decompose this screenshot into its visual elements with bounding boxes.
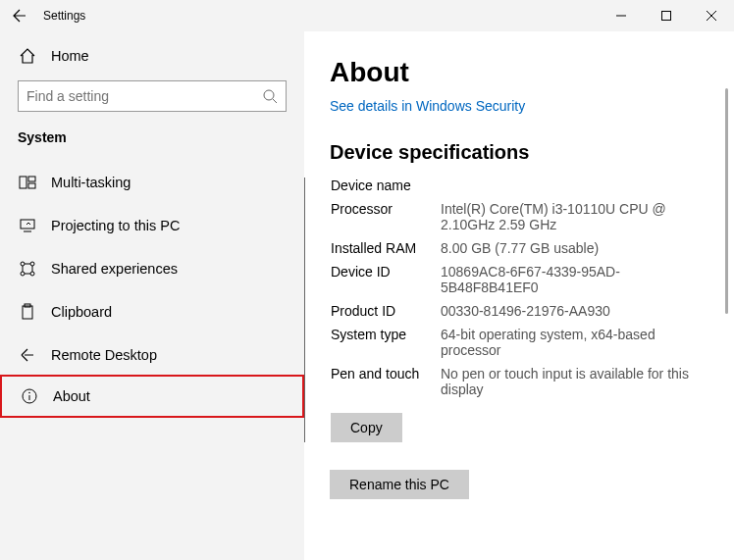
page-title: About — [330, 57, 708, 88]
svg-rect-1 — [662, 12, 671, 21]
sidebar-item-projecting[interactable]: Projecting to this PC — [0, 204, 304, 247]
multitasking-icon — [18, 174, 37, 191]
main-content: About See details in Windows Security De… — [304, 31, 734, 560]
svg-rect-5 — [28, 177, 35, 181]
remote-desktop-icon — [18, 346, 37, 364]
sidebar-item-about[interactable]: About — [0, 375, 304, 418]
svg-point-9 — [30, 262, 34, 266]
maximize-icon — [661, 11, 671, 21]
svg-point-16 — [28, 392, 30, 394]
rename-pc-button[interactable]: Rename this PC — [330, 470, 469, 499]
sidebar-item-label: Shared experiences — [51, 261, 178, 277]
processor-value: Intel(R) Core(TM) i3-10110U CPU @ 2.10GH… — [441, 201, 708, 232]
search-input[interactable] — [26, 88, 262, 104]
close-icon — [707, 11, 716, 21]
sidebar-item-clipboard[interactable]: Clipboard — [0, 290, 304, 333]
device-id-value: 10869AC8-6F67-4339-95AD-5B48F8B41EF0 — [441, 264, 708, 295]
about-icon — [20, 387, 39, 405]
home-link[interactable]: Home — [0, 39, 304, 73]
maximize-button[interactable] — [644, 0, 689, 31]
titlebar: Settings — [0, 0, 734, 31]
search-icon — [262, 88, 278, 104]
sidebar-item-label: Clipboard — [51, 304, 112, 320]
window-title: Settings — [39, 9, 599, 23]
device-name-label: Device name — [331, 178, 441, 193]
device-id-label: Device ID — [331, 264, 441, 295]
home-icon — [18, 47, 37, 65]
svg-point-10 — [21, 272, 25, 276]
svg-rect-6 — [28, 183, 35, 188]
svg-point-8 — [21, 262, 25, 266]
minimize-button[interactable] — [599, 0, 644, 31]
search-box[interactable] — [18, 80, 287, 112]
svg-point-2 — [264, 90, 274, 100]
ram-label: Installed RAM — [331, 240, 441, 256]
svg-rect-4 — [20, 177, 26, 188]
sidebar: Home System Multi-tasking Projecting to … — [0, 31, 304, 560]
home-label: Home — [51, 48, 89, 64]
system-type-value: 64-bit operating system, x64-based proce… — [441, 327, 708, 358]
shared-experiences-icon — [18, 260, 37, 278]
device-specs: Device name ProcessorIntel(R) Core(TM) i… — [304, 178, 708, 442]
device-specs-heading: Device specifications — [330, 141, 708, 164]
svg-rect-12 — [23, 306, 32, 319]
minimize-icon — [616, 11, 626, 21]
product-id-label: Product ID — [331, 303, 441, 319]
pen-touch-label: Pen and touch — [331, 366, 441, 397]
windows-security-link[interactable]: See details in Windows Security — [330, 98, 708, 114]
sidebar-item-label: Projecting to this PC — [51, 218, 180, 233]
sidebar-item-label: Multi-tasking — [51, 175, 131, 190]
ram-value: 8.00 GB (7.77 GB usable) — [441, 240, 708, 256]
scrollbar[interactable] — [725, 88, 728, 314]
system-type-label: System type — [331, 327, 441, 358]
sidebar-item-shared-experiences[interactable]: Shared experiences — [0, 247, 304, 290]
clipboard-icon — [18, 303, 37, 321]
processor-label: Processor — [331, 201, 441, 232]
svg-line-3 — [273, 99, 277, 103]
pen-touch-value: No pen or touch input is available for t… — [441, 366, 708, 397]
back-arrow-icon — [12, 8, 27, 24]
copy-button[interactable]: Copy — [331, 413, 402, 442]
projecting-icon — [18, 217, 37, 234]
device-name-value — [441, 178, 708, 193]
sidebar-item-label: Remote Desktop — [51, 347, 157, 363]
sidebar-item-remote-desktop[interactable]: Remote Desktop — [0, 333, 304, 377]
svg-point-11 — [30, 272, 34, 276]
sidebar-item-label: About — [53, 388, 90, 404]
back-button[interactable] — [0, 8, 39, 24]
sidebar-item-multitasking[interactable]: Multi-tasking — [0, 161, 304, 204]
product-id-value: 00330-81496-21976-AA930 — [441, 303, 708, 319]
close-button[interactable] — [689, 0, 734, 31]
section-heading: System — [0, 129, 304, 145]
